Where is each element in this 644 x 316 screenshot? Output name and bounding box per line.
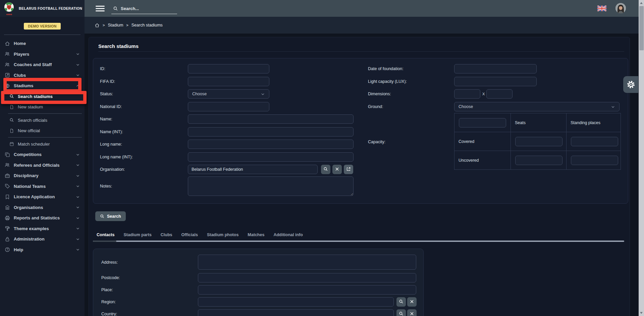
sidebar-item-new-official[interactable]: New official [0, 125, 85, 136]
name-int-input[interactable] [188, 127, 354, 137]
submenu-divider [0, 112, 85, 115]
date-of-foundation-input[interactable] [454, 64, 537, 73]
dimensions-width-input[interactable] [454, 89, 480, 99]
organisation-open-button[interactable] [344, 165, 353, 174]
place-input[interactable] [198, 285, 416, 295]
organisation-lookup-button[interactable] [321, 165, 330, 174]
id-label: ID: [100, 64, 105, 73]
capacity-total-input[interactable] [459, 118, 506, 127]
organisation-clear-button[interactable] [332, 165, 342, 174]
scrollbar-thumb[interactable] [639, 6, 644, 50]
tag-icon [5, 183, 10, 189]
sidebar-item-stadiums[interactable]: Stadiums [0, 81, 85, 91]
capacity-row-covered: Covered [454, 132, 511, 151]
chevron-up-icon [76, 84, 80, 88]
search-input[interactable] [121, 6, 171, 11]
chevron-down-icon [76, 63, 80, 67]
sidebar-item-reports-and-statistics[interactable]: Reports and Statistics [0, 213, 85, 223]
name-input[interactable] [188, 114, 354, 124]
search-icon [113, 6, 118, 11]
sidebar-item-theme-examples[interactable]: Theme examples [0, 223, 85, 234]
covered-seats-input[interactable] [515, 137, 562, 146]
sidebar-item-home[interactable]: Home [0, 38, 85, 49]
sidebar-item-help[interactable]: Help [0, 245, 85, 255]
sidebar-item-administration[interactable]: Administration [0, 234, 85, 245]
scroll-down-icon[interactable] [640, 312, 643, 314]
scroll-up-icon[interactable] [640, 2, 643, 4]
sidebar: ABФФ BELARUS FOOTBALL FEDERATION DEMO VE… [0, 0, 85, 316]
users-icon [5, 62, 10, 67]
tab-stadium-photos[interactable]: Stadium photos [207, 232, 238, 237]
dimensions-length-input[interactable] [486, 89, 513, 99]
copy-icon [5, 152, 10, 157]
dimensions-label: Dimensions: [368, 89, 391, 99]
breadcrumb-search-stadiums[interactable]: Search stadiums [131, 23, 163, 28]
user-avatar[interactable] [615, 3, 626, 13]
country-lookup-button[interactable] [396, 309, 406, 316]
country-input[interactable] [198, 309, 394, 316]
sidebar-item-search-stadiums[interactable]: Search stadiums [0, 91, 85, 102]
uncovered-standing-input[interactable] [571, 156, 618, 165]
sidebar-item-national-teams[interactable]: National Teams [0, 181, 85, 192]
search-button[interactable]: Search [95, 211, 126, 221]
date-of-foundation-label: Date of foundation: [368, 64, 404, 73]
tab-clubs[interactable]: Clubs [161, 232, 172, 237]
tab-officials[interactable]: Officials [181, 232, 198, 237]
postcode-input[interactable] [198, 273, 416, 282]
external-link-icon [346, 167, 351, 172]
ground-select[interactable]: Choose [454, 102, 620, 111]
settings-button[interactable] [623, 76, 638, 93]
home-icon[interactable] [95, 23, 100, 28]
national-id-input[interactable] [188, 102, 269, 111]
sidebar-item-competitions[interactable]: Competitions [0, 149, 85, 160]
sidebar-nav: Home Players Coaches and Staff Clubs Sta… [0, 38, 85, 255]
id-input[interactable] [188, 64, 269, 73]
tab-matches[interactable]: Matches [248, 232, 264, 237]
sidebar-item-coaches-and-staff[interactable]: Coaches and Staff [0, 59, 85, 70]
breadcrumb-separator: > [126, 23, 128, 27]
long-name-input[interactable] [188, 140, 354, 149]
sidebar-item-referees-and-officials[interactable]: Referees and Officials [0, 160, 85, 171]
chevron-down-icon [76, 248, 80, 252]
uncovered-seats-input[interactable] [515, 156, 562, 165]
fifa-id-input[interactable] [188, 77, 269, 86]
scrollbar[interactable] [639, 0, 644, 316]
tab-stadium-parts[interactable]: Stadium parts [123, 232, 151, 237]
address-input[interactable] [198, 255, 416, 270]
uk-flag-icon[interactable] [597, 5, 606, 11]
light-capacity-input[interactable] [454, 77, 537, 86]
sidebar-item-clubs[interactable]: Clubs [0, 70, 85, 81]
menu-icon[interactable] [96, 6, 105, 11]
breadcrumb-stadium[interactable]: Stadium [108, 23, 123, 28]
region-clear-button[interactable] [407, 297, 417, 307]
sidebar-item-licence-application[interactable]: Licence Application [0, 192, 85, 202]
region-input[interactable] [198, 297, 394, 307]
capacity-col-standing: Standing places [567, 113, 621, 132]
organisation-input[interactable] [188, 165, 318, 174]
name-int-label: Name (INT): [100, 127, 123, 137]
dimensions-separator: X [482, 89, 485, 99]
sidebar-item-players[interactable]: Players [0, 49, 85, 60]
chevron-down-icon [76, 216, 80, 220]
organisation-label: Organisation: [100, 165, 125, 174]
country-clear-button[interactable] [407, 309, 417, 316]
submenu-divider [0, 136, 85, 139]
search-icon [9, 94, 14, 99]
notes-textarea[interactable] [188, 176, 354, 196]
close-icon [410, 299, 414, 305]
sidebar-item-disciplinary[interactable]: Disciplinary [0, 170, 85, 181]
chevron-down-icon [76, 174, 80, 178]
active-tab-underline [93, 241, 116, 242]
status-select[interactable]: Choose [188, 89, 269, 99]
sidebar-item-match-scheduler[interactable]: Match scheduler [0, 139, 85, 150]
covered-standing-input[interactable] [571, 137, 618, 146]
sidebar-item-search-officials[interactable]: Search officials [0, 115, 85, 126]
tab-contacts[interactable]: Contacts [97, 232, 114, 237]
tab-additional-info[interactable]: Additional info [273, 232, 303, 237]
long-name-int-input[interactable] [188, 152, 354, 162]
bookmark-icon [5, 194, 10, 200]
brand-title: BELARUS FOOTBALL FEDERATION [19, 6, 82, 11]
region-lookup-button[interactable] [396, 297, 406, 307]
sidebar-item-organisations[interactable]: Organisations [0, 202, 85, 213]
sidebar-item-new-stadium[interactable]: New stadium [0, 102, 85, 112]
